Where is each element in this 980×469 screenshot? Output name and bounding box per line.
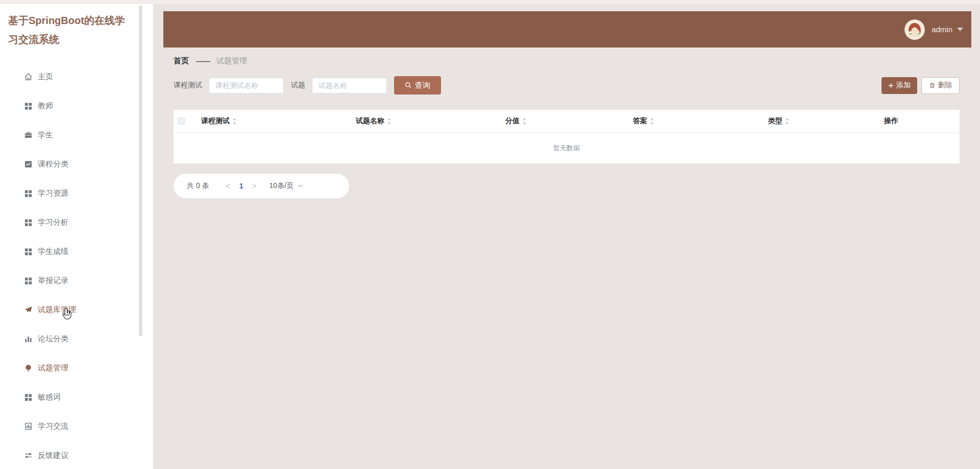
sidebar-item-3[interactable]: 学生 (0, 121, 153, 150)
filter-row: 课程测试 试题 查询 添加 删除 (174, 76, 960, 95)
trend-chart-icon (24, 160, 33, 169)
sidebar-item-label: 举报记录 (38, 276, 68, 286)
sidebar-item-label: 敏感词 (38, 392, 61, 402)
sidebar: 基于SpringBoot的在线学习交流系统 主页教师学生课程分类学习资源学习分析… (0, 0, 153, 469)
grid-icon (24, 102, 33, 110)
add-button[interactable]: 添加 (881, 77, 917, 94)
sliders-icon (24, 451, 33, 460)
course-test-label: 课程测试 (174, 81, 202, 90)
sidebar-item-10[interactable]: 论坛分类 (0, 324, 153, 354)
plus-icon (888, 83, 894, 88)
column-header-3[interactable]: 分值 (501, 116, 629, 126)
search-button[interactable]: 查询 (394, 76, 441, 95)
pagination: 共 0 条 < 1 > 10条/页 (174, 174, 349, 198)
sort-icon (650, 118, 654, 125)
grid-icon (24, 218, 33, 227)
breadcrumb-separator: —— (196, 57, 209, 65)
sidebar-item-9[interactable]: 试题库管理 (0, 295, 153, 324)
sidebar-item-1[interactable]: 主页 (0, 62, 153, 91)
question-label: 试题 (291, 81, 305, 90)
grid-icon (24, 189, 33, 198)
sidebar-scrollbar[interactable] (139, 5, 142, 336)
sidebar-item-label: 学习分析 (38, 218, 68, 227)
sidebar-item-label: 教师 (38, 101, 53, 111)
grid-icon (24, 276, 33, 285)
sidebar-item-label: 学生 (38, 130, 53, 140)
username: admin (932, 25, 952, 34)
sidebar-item-5[interactable]: 学习资源 (0, 179, 153, 208)
sidebar-item-14[interactable]: 反馈建议 (0, 441, 153, 469)
next-page-button[interactable]: > (248, 182, 261, 190)
delete-button[interactable]: 删除 (921, 77, 960, 94)
sidebar-item-label: 课程分类 (38, 159, 68, 169)
sidebar-item-6[interactable]: 学习分析 (0, 208, 153, 237)
sidebar-item-label: 反馈建议 (38, 451, 68, 460)
mouse-cursor (61, 308, 73, 323)
sidebar-item-label: 学生成绩 (38, 247, 68, 256)
sidebar-item-label: 试题管理 (38, 363, 68, 373)
column-header-4[interactable]: 答案 (629, 116, 764, 126)
prev-page-button[interactable]: < (222, 182, 235, 190)
grid-icon (24, 247, 33, 256)
chevron-down-icon (298, 184, 303, 188)
question-input[interactable] (312, 78, 387, 93)
page: 基于SpringBoot的在线学习交流系统 主页教师学生课程分类学习资源学习分析… (0, 0, 980, 469)
user-avatar[interactable] (904, 19, 925, 40)
sidebar-item-11[interactable]: 试题管理 (0, 354, 153, 383)
pagination-total: 共 0 条 (187, 181, 209, 191)
sidebar-item-12[interactable]: 敏感词 (0, 383, 153, 412)
breadcrumb: 首页 —— 试题管理 (174, 56, 247, 66)
search-icon (405, 82, 412, 89)
select-all-checkbox[interactable] (178, 118, 185, 125)
sidebar-item-label: 主页 (38, 72, 53, 82)
user-menu[interactable]: admin (904, 19, 963, 40)
column-header-6: 操作 (880, 116, 960, 126)
sidebar-item-label: 论坛分类 (38, 334, 68, 344)
page-number-1[interactable]: 1 (235, 182, 248, 190)
sidebar-item-8[interactable]: 举报记录 (0, 266, 153, 295)
page-size-select[interactable]: 10条/页 (270, 181, 303, 191)
top-strip (0, 0, 980, 4)
paper-plane-icon (24, 306, 33, 314)
sort-icon (522, 118, 527, 125)
sidebar-nav: 主页教师学生课程分类学习资源学习分析学生成绩举报记录试题库管理论坛分类试题管理敏… (0, 62, 153, 469)
table-header-row: 课程测试试题名称分值答案类型操作 (174, 110, 960, 133)
briefcase-icon (24, 131, 33, 139)
bar-chart-icon (24, 335, 33, 343)
column-header-1[interactable]: 课程测试 (197, 116, 352, 126)
course-test-input[interactable] (209, 78, 284, 93)
top-bar: admin (163, 11, 971, 48)
home-icon (24, 73, 33, 81)
sort-icon (387, 118, 391, 125)
app-title: 基于SpringBoot的在线学习交流系统 (8, 11, 127, 49)
column-header-5[interactable]: 类型 (764, 116, 880, 126)
sidebar-item-label: 学习交流 (38, 421, 68, 431)
column-header-2[interactable]: 试题名称 (352, 116, 501, 126)
sidebar-item-7[interactable]: 学生成绩 (0, 237, 153, 266)
empty-state: 暂无数据 (174, 133, 960, 163)
sort-icon (232, 118, 237, 125)
lightbulb-icon (24, 364, 33, 372)
sort-icon (785, 118, 790, 125)
breadcrumb-home[interactable]: 首页 (174, 56, 189, 66)
grid-icon (24, 393, 33, 402)
trash-icon (929, 82, 936, 89)
sidebar-item-13[interactable]: 学习交流 (0, 412, 153, 441)
chevron-down-icon (957, 28, 963, 31)
book-chart-icon (24, 422, 33, 431)
questions-table: 课程测试试题名称分值答案类型操作 暂无数据 (174, 110, 960, 163)
sidebar-item-label: 学习资源 (38, 189, 68, 198)
sidebar-item-2[interactable]: 教师 (0, 91, 153, 121)
breadcrumb-current: 试题管理 (216, 56, 247, 66)
sidebar-item-4[interactable]: 课程分类 (0, 150, 153, 179)
